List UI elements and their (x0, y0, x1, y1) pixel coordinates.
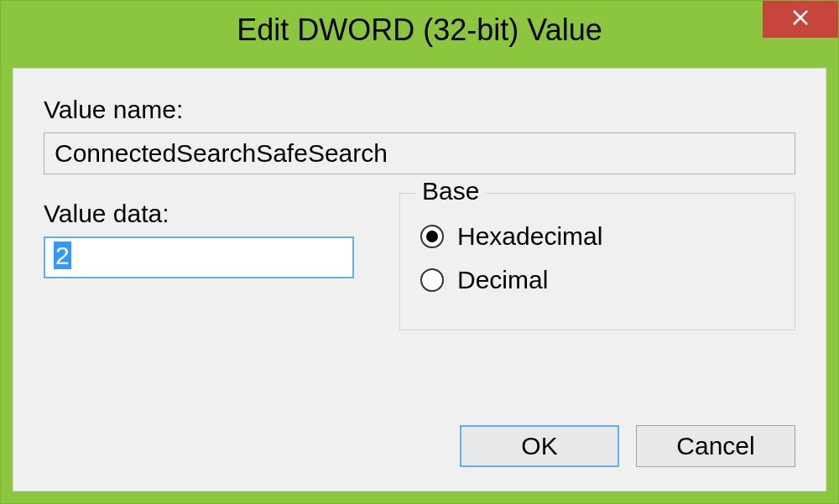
radio-hexadecimal[interactable]: Hexadecimal (420, 222, 774, 251)
value-data-label: Value data: (44, 200, 379, 228)
base-legend: Base (415, 177, 486, 205)
value-data-section: Value data: 2 (44, 200, 379, 330)
base-groupbox: Base Hexadecimal Decimal (399, 193, 795, 330)
radio-icon (420, 268, 444, 292)
radio-decimal-label: Decimal (457, 266, 548, 294)
radio-decimal[interactable]: Decimal (420, 266, 774, 294)
value-name-input[interactable] (44, 132, 795, 174)
ok-button[interactable]: OK (460, 425, 619, 467)
close-icon (791, 8, 810, 30)
value-data-text: 2 (54, 242, 71, 269)
dialog-buttons: OK Cancel (460, 425, 795, 467)
radio-hexadecimal-label: Hexadecimal (457, 222, 602, 251)
radio-icon (420, 225, 444, 248)
cancel-button-label: Cancel (676, 432, 754, 460)
dialog-window: Edit DWORD (32-bit) Value Value name: Va… (0, 0, 839, 504)
dialog-body: Value name: Value data: 2 Base Hexadecim… (13, 68, 826, 491)
close-button[interactable] (763, 1, 838, 38)
value-name-label: Value name: (44, 96, 795, 124)
ok-button-label: OK (521, 432, 557, 460)
window-title: Edit DWORD (32-bit) Value (237, 13, 602, 48)
radio-dot-icon (426, 231, 438, 242)
cancel-button[interactable]: Cancel (636, 425, 795, 467)
titlebar: Edit DWORD (32-bit) Value (1, 1, 838, 60)
value-data-input[interactable]: 2 (44, 236, 354, 278)
